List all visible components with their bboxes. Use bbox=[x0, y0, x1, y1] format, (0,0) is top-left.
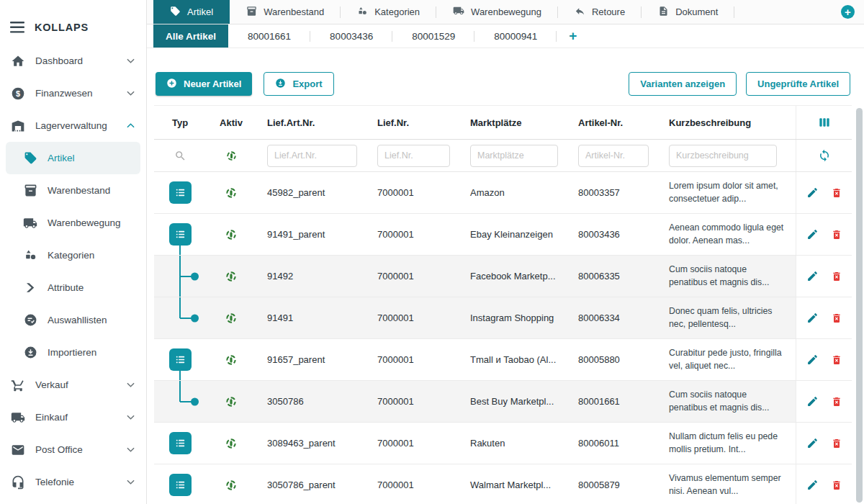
table-row[interactable]: 3050786 7000001 Best Buy Marketpl... 800… bbox=[154, 381, 852, 423]
show-variants-button[interactable]: Varianten anzeigen bbox=[629, 72, 737, 96]
parent-article-icon[interactable] bbox=[169, 474, 192, 496]
tab-warenbestand[interactable]: Warenbestand bbox=[230, 0, 341, 24]
active-status-icon[interactable] bbox=[225, 187, 237, 199]
cell-marktplatz: Ebay Kleinanzeigen bbox=[459, 229, 567, 240]
tab-warenbewegung[interactable]: Warenbewegung bbox=[436, 0, 558, 24]
button-label: Neuer Artikel bbox=[184, 78, 241, 89]
main-tabbar: Artikel Warenbestand Kategorien Warenbew… bbox=[147, 0, 864, 24]
active-status-icon[interactable] bbox=[225, 480, 237, 491]
edit-pencil-icon[interactable] bbox=[806, 479, 819, 491]
tab-label: Artikel bbox=[187, 6, 213, 17]
chevron-up-icon bbox=[127, 123, 135, 128]
delete-trash-icon[interactable] bbox=[831, 438, 842, 449]
edit-pencil-icon[interactable] bbox=[806, 354, 819, 366]
inventory-box-icon bbox=[22, 184, 39, 197]
tab-dokument[interactable]: Dokument bbox=[642, 0, 734, 24]
table-row[interactable]: 91657_parent 7000001 Tmall и Taobao (Al.… bbox=[154, 339, 852, 381]
delete-trash-icon[interactable] bbox=[831, 396, 842, 408]
sidebar-item-einkauf[interactable]: Einkauf bbox=[6, 401, 140, 433]
subtab-alle-artikel[interactable]: Alle Artikel bbox=[153, 24, 228, 48]
active-status-icon[interactable] bbox=[225, 229, 237, 240]
delete-trash-icon[interactable] bbox=[831, 354, 842, 366]
active-status-icon[interactable] bbox=[225, 438, 237, 449]
sidebar-item-post-office[interactable]: Post Office bbox=[6, 433, 140, 466]
edit-pencil-icon[interactable] bbox=[806, 312, 819, 324]
scrollbar-thumb[interactable] bbox=[856, 108, 863, 503]
sidebar-item-artikel[interactable]: Artikel bbox=[6, 142, 140, 174]
child-node-dot bbox=[191, 397, 199, 405]
active-status-icon[interactable] bbox=[225, 271, 237, 282]
table-row[interactable]: 3050786_parent 7000001 Walmart Marketpl.… bbox=[154, 464, 852, 504]
active-status-icon[interactable] bbox=[225, 312, 237, 324]
edit-pencil-icon[interactable] bbox=[806, 186, 819, 199]
table-row[interactable]: 3089463_parent 7000001 Rakuten 80006011 … bbox=[154, 423, 852, 464]
add-tab-button[interactable]: + bbox=[841, 5, 855, 19]
new-article-button[interactable]: Neuer Artikel bbox=[156, 72, 252, 96]
delete-trash-icon[interactable] bbox=[831, 271, 842, 282]
sidebar-item-dashboard[interactable]: Dashboard bbox=[6, 45, 140, 77]
tab-retoure[interactable]: Retoure bbox=[558, 0, 642, 24]
sidebar-item-auswahllisten[interactable]: Auswahllisten bbox=[6, 304, 140, 336]
table-row[interactable]: 91491 7000001 Instagram Shopping 8000633… bbox=[154, 297, 852, 339]
cell-kurzbeschreibung: Vivamus elementum semper nisi. Aenean vu… bbox=[658, 472, 796, 498]
cell-kurzbeschreibung: Aenean commodo ligula eget dolor. Aenean… bbox=[658, 222, 796, 247]
child-node-dot bbox=[191, 272, 199, 280]
export-button[interactable]: Export bbox=[264, 72, 333, 96]
parent-article-icon[interactable] bbox=[169, 348, 192, 371]
vertical-scrollbar bbox=[856, 108, 863, 503]
tab-kategorien[interactable]: Kategorien bbox=[341, 0, 436, 24]
sidebar-item-kategorien[interactable]: Kategorien bbox=[6, 239, 140, 271]
active-status-icon[interactable] bbox=[225, 396, 237, 408]
filter-kurzbeschreibung-input[interactable] bbox=[669, 145, 777, 167]
table-row[interactable]: 91491_parent 7000001 Ebay Kleinanzeigen … bbox=[154, 214, 852, 256]
cell-lief-art-nr: 91491_parent bbox=[256, 229, 366, 240]
delete-trash-icon[interactable] bbox=[831, 187, 842, 199]
filter-marktplaetze-input[interactable] bbox=[470, 145, 558, 167]
sidebar-item-telefonie[interactable]: Telefonie bbox=[6, 466, 140, 498]
refresh-icon[interactable] bbox=[818, 149, 831, 162]
unchecked-articles-button[interactable]: Ungeprüfte Artikel bbox=[746, 72, 850, 96]
sidebar-item-importieren[interactable]: Importieren bbox=[6, 336, 140, 369]
delete-trash-icon[interactable] bbox=[831, 312, 842, 324]
search-icon[interactable] bbox=[174, 150, 186, 162]
table-row[interactable]: 45982_parent 7000001 Amazon 80003357 Lor… bbox=[154, 172, 852, 214]
edit-pencil-icon[interactable] bbox=[806, 395, 819, 408]
sidebar-item-warenbewegung[interactable]: Warenbewegung bbox=[6, 207, 140, 239]
subtab-80000941[interactable]: 80000941 bbox=[474, 24, 557, 48]
parent-article-icon[interactable] bbox=[169, 432, 192, 454]
hamburger-menu-icon[interactable] bbox=[10, 22, 24, 33]
sidebar-item-attribute[interactable]: Attribute bbox=[6, 271, 140, 304]
edit-pencil-icon[interactable] bbox=[806, 270, 819, 282]
parent-article-icon[interactable] bbox=[169, 181, 192, 204]
tab-label: Kategorien bbox=[374, 6, 420, 17]
sidebar-item-verkauf[interactable]: Verkauf bbox=[6, 369, 140, 401]
warehouse-icon bbox=[9, 119, 27, 133]
filter-lief-art-nr-input[interactable] bbox=[267, 145, 357, 167]
table-row[interactable]: 91492 7000001 Facebook Marketp... 800063… bbox=[154, 256, 852, 297]
add-subtab-button[interactable]: + bbox=[557, 24, 589, 48]
chevron-down-icon bbox=[127, 415, 135, 420]
subtab-80003436[interactable]: 80003436 bbox=[310, 24, 392, 48]
active-status-icon[interactable] bbox=[225, 354, 237, 366]
checklist-circle-icon bbox=[22, 313, 39, 327]
document-icon bbox=[658, 6, 669, 19]
subtab-80001529[interactable]: 80001529 bbox=[392, 24, 474, 48]
sidebar-item-label: Importieren bbox=[48, 347, 96, 358]
parent-article-icon[interactable] bbox=[169, 223, 192, 246]
delete-trash-icon[interactable] bbox=[831, 480, 842, 491]
subtab-80001661[interactable]: 80001661 bbox=[228, 24, 310, 48]
filter-artikel-nr-input[interactable] bbox=[578, 145, 649, 167]
sidebar-item-warenbestand[interactable]: Warenbestand bbox=[6, 174, 140, 207]
tab-artikel[interactable]: Artikel bbox=[153, 0, 230, 24]
filter-lief-nr-input[interactable] bbox=[377, 145, 450, 167]
edit-pencil-icon[interactable] bbox=[806, 228, 819, 240]
sidebar-item-finanzwesen[interactable]: $ Finanzwesen bbox=[6, 77, 140, 109]
delete-trash-icon[interactable] bbox=[831, 229, 842, 240]
columns-icon[interactable] bbox=[817, 115, 832, 130]
download-circle-icon bbox=[22, 346, 39, 359]
sidebar-item-label: Telefonie bbox=[35, 477, 74, 487]
active-state-filter-icon[interactable] bbox=[226, 150, 237, 161]
sidebar-item-label: Warenbewegung bbox=[48, 217, 121, 228]
sidebar-item-lagerverwaltung[interactable]: Lagerverwaltung bbox=[6, 109, 140, 142]
edit-pencil-icon[interactable] bbox=[806, 437, 819, 449]
